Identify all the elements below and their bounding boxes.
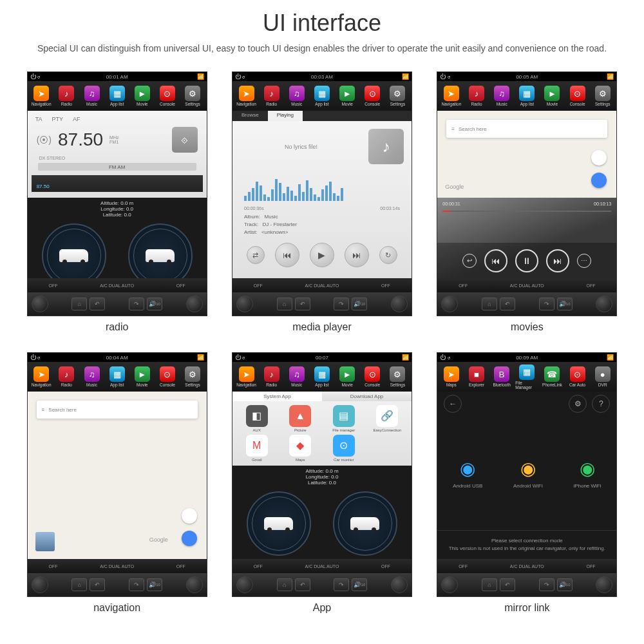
volume-knob-left[interactable]	[32, 296, 48, 312]
signal-tower-icon[interactable]: ⟐	[172, 127, 198, 153]
settings-icon[interactable]: ⚙	[569, 395, 587, 413]
app-file-manager[interactable]: ▤File manager	[323, 405, 365, 432]
nav-settings[interactable]: ⚙Settings	[591, 86, 614, 106]
help-icon[interactable]: ?	[592, 395, 610, 413]
nav-navigation[interactable]: ➤Navigation	[30, 366, 53, 387]
nav-music[interactable]: ♫Music	[285, 366, 308, 387]
nav-app-list[interactable]: ▦App list	[310, 366, 334, 387]
frequency-scale[interactable]: 87.50	[32, 175, 203, 192]
nav-radio[interactable]: ♪Radio	[260, 366, 283, 387]
app-car-monitor[interactable]: ⊙Car monitor	[323, 435, 365, 462]
nav-app-list[interactable]: ▦App list	[515, 86, 538, 106]
map-thumbnail[interactable]	[35, 532, 55, 551]
nav-app-list[interactable]: ▦App list	[106, 366, 129, 387]
directions-button[interactable]	[182, 531, 197, 546]
vol-button[interactable]: 🔊10	[147, 298, 162, 310]
mirror-android-wifi[interactable]: ◉Android WiFi	[513, 458, 543, 489]
nav-navigation[interactable]: ➤Navigation	[235, 366, 258, 387]
tab-download-app[interactable]: Download App	[322, 392, 412, 401]
video-dur: 00:10:13	[594, 202, 611, 206]
volume-knob-right[interactable]	[186, 296, 203, 312]
nav-navigation[interactable]: ➤Navigation	[30, 86, 53, 106]
radio-icon: ♪	[59, 366, 74, 382]
nav-radio[interactable]: ♪Radio	[55, 86, 78, 106]
status-time: 00:04 AM	[106, 355, 128, 361]
mirror-android-usb[interactable]: ◉Android USB	[453, 458, 482, 489]
nav-movie[interactable]: ►Movie	[336, 366, 359, 387]
tab-system-app[interactable]: System App	[232, 392, 322, 401]
video-next[interactable]: ⏭	[546, 249, 569, 272]
nav-settings[interactable]: ⚙Settings	[181, 86, 204, 106]
more-icon[interactable]: ⋯	[577, 254, 591, 268]
menu-icon[interactable]: ≡	[42, 407, 45, 413]
repeat-button[interactable]: ↻	[379, 246, 397, 264]
nav-phonelink[interactable]: ☎PhoneLink	[540, 366, 564, 387]
locate-button[interactable]	[591, 150, 607, 166]
back-icon[interactable]: ←	[444, 395, 462, 413]
nav-navigation[interactable]: ➤Navigation	[235, 86, 258, 106]
nav-app-list[interactable]: ▦App list	[310, 86, 334, 106]
back-button[interactable]: ↶	[90, 298, 105, 310]
tab-browse[interactable]: Browse	[232, 111, 268, 121]
explorer-icon: ■	[469, 366, 484, 382]
radio-tab-af[interactable]: AF	[73, 116, 80, 122]
next-button[interactable]: ⏭	[345, 243, 369, 267]
app-aux[interactable]: ◧AUX	[236, 405, 278, 432]
map-search-input[interactable]: ≡ Search here	[446, 120, 607, 138]
video-player[interactable]: 00:00:31 00:10:13 ↩ ⏮ ⏸ ⏭ ⋯	[437, 198, 616, 278]
nav-movie[interactable]: ►Movie	[131, 366, 154, 387]
nav-console[interactable]: ⊙Console	[566, 86, 589, 106]
nav-movie[interactable]: ►Movie	[336, 86, 359, 106]
map-search-input[interactable]: ≡ Search here	[37, 401, 198, 419]
nav-app-list[interactable]: ▦App list	[106, 86, 129, 106]
locate-button[interactable]	[182, 508, 197, 524]
nav-explorer[interactable]: ■Explorer	[465, 366, 488, 387]
nav-console[interactable]: ⊙Console	[361, 366, 384, 387]
nav-music[interactable]: ♫Music	[80, 366, 104, 387]
next-button[interactable]: ↷	[129, 298, 144, 310]
file manager-icon: ▦	[519, 365, 535, 380]
home-button[interactable]: ⌂	[71, 298, 87, 310]
radio-tab-pty[interactable]: PTY	[52, 116, 64, 122]
nav-radio[interactable]: ♪Radio	[55, 366, 78, 387]
climate-bar[interactable]: OFFA/C DUAL AUTOOFF	[28, 278, 207, 292]
power-icon[interactable]: ⏻ ↺	[30, 73, 41, 80]
shuffle-button[interactable]: ⇄	[247, 246, 265, 264]
band-selector[interactable]: FM AM	[38, 163, 196, 171]
video-prev[interactable]: ⏮	[484, 249, 507, 272]
menu-icon[interactable]: ≡	[451, 126, 455, 132]
app-maps[interactable]: ◆Maps	[279, 435, 321, 462]
nav-bluetooth[interactable]: BBluetooth	[490, 366, 513, 387]
radio-tab-ta[interactable]: TA	[35, 116, 43, 122]
nav-navigation[interactable]: ➤Navigation	[440, 86, 463, 106]
volume-knob-left[interactable]	[236, 296, 253, 312]
nav-console[interactable]: ⊙Console	[156, 86, 179, 106]
nav-music[interactable]: ♫Music	[285, 86, 308, 106]
play-button[interactable]: ▶	[310, 243, 334, 267]
tab-playing[interactable]: Playing	[268, 111, 303, 121]
app-gmail[interactable]: MGmail	[236, 435, 278, 462]
directions-button[interactable]	[591, 173, 607, 188]
nav-maps[interactable]: ➤Maps	[440, 366, 463, 387]
nav-car-auto[interactable]: ⊙Car Auto	[566, 366, 589, 387]
nav-console[interactable]: ⊙Console	[361, 86, 384, 106]
nav-radio[interactable]: ♪Radio	[260, 86, 283, 106]
volume-knob-right[interactable]	[391, 296, 408, 312]
nav-settings[interactable]: ⚙Settings	[386, 86, 409, 106]
nav-console[interactable]: ⊙Console	[156, 366, 179, 387]
nav-movie[interactable]: ►Movie	[540, 86, 564, 106]
nav-music[interactable]: ♫Music	[490, 86, 513, 106]
prev-button[interactable]: ⏮	[275, 243, 299, 267]
nav-music[interactable]: ♫Music	[80, 86, 104, 106]
return-icon[interactable]: ↩	[462, 254, 477, 268]
nav-dvr[interactable]: ●DVR	[591, 366, 614, 387]
app-picture[interactable]: ▲Picture	[279, 405, 321, 432]
nav-settings[interactable]: ⚙Settings	[181, 366, 204, 387]
video-pause[interactable]: ⏸	[515, 249, 538, 272]
nav-radio[interactable]: ♪Radio	[465, 86, 488, 106]
nav-file-manager[interactable]: ▦File Manager	[515, 365, 538, 390]
mirror-iphone-wifi[interactable]: ◉iPhone WiFi	[573, 458, 601, 489]
app-easyconnection[interactable]: 🔗EasyConnection	[366, 405, 408, 432]
nav-settings[interactable]: ⚙Settings	[386, 366, 409, 387]
nav-movie[interactable]: ►Movie	[131, 86, 154, 106]
